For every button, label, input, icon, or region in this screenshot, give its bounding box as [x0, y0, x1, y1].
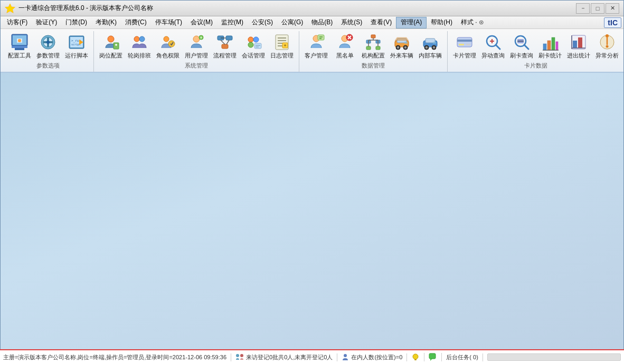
- svg-rect-49: [318, 35, 324, 40]
- svg-rect-98: [573, 41, 577, 48]
- ext-vehicle-button[interactable]: 外来车辆: [388, 31, 415, 61]
- menu-style[interactable]: 样式 · ⊙: [457, 17, 488, 28]
- svg-text:+: +: [200, 36, 202, 40]
- int-vehicle-label: 内部车辆: [419, 52, 442, 59]
- menu-system[interactable]: 系统(S): [337, 17, 366, 28]
- svg-point-68: [397, 46, 399, 49]
- role-perms-icon: [158, 33, 177, 52]
- svg-rect-79: [433, 42, 436, 44]
- abnormal-query-button[interactable]: 异动查询: [479, 31, 507, 61]
- svg-rect-82: [459, 44, 464, 45]
- svg-rect-91: [517, 41, 524, 42]
- main-window: 一卡通综合管理系统6.0 - 演示版本客户公司名称 － □ ✕ 访客(F) 验证…: [0, 0, 624, 364]
- status-visit: 来访登记0批共0人,未离开登记0人: [235, 353, 337, 361]
- app-logo-icon: [5, 3, 15, 14]
- menu-meeting[interactable]: 会议(M): [186, 17, 217, 28]
- svg-rect-80: [457, 37, 472, 47]
- menu-apartment[interactable]: 公寓(G): [277, 17, 307, 28]
- role-perms-label: 角色权限: [156, 52, 179, 59]
- svg-rect-81: [457, 40, 472, 42]
- param-mgr-icon: [39, 33, 58, 52]
- svg-point-22: [139, 36, 145, 42]
- flow-mgr-label: 流程管理: [213, 52, 237, 59]
- svg-rect-30: [222, 44, 228, 49]
- params-group-label: 参数选项: [6, 62, 90, 70]
- svg-point-24: [168, 41, 175, 47]
- svg-point-36: [248, 42, 253, 47]
- svg-point-105: [606, 45, 609, 48]
- in-out-stats-label: 进出统计: [567, 52, 590, 59]
- ext-vehicle-label: 外来车辆: [390, 52, 413, 59]
- svg-rect-99: [578, 37, 582, 48]
- org-config-button[interactable]: 机构配置: [360, 31, 387, 61]
- abnormal-query-label: 异动查询: [481, 52, 505, 59]
- role-perms-button[interactable]: 角色权限: [154, 31, 182, 61]
- params-buttons: 配置工具 参数管理: [6, 31, 90, 61]
- config-tool-icon: [10, 33, 29, 52]
- svg-marker-112: [430, 359, 432, 361]
- title-bar-left: 一卡通综合管理系统6.0 - 演示版本客户公司名称: [5, 3, 153, 14]
- register-info-text: 主册=演示版本客户公司名称,岗位=终端,操作员=管理员,登录时间=2021-12…: [3, 353, 226, 361]
- config-tool-label: 配置工具: [8, 52, 31, 59]
- int-vehicle-button[interactable]: 内部车辆: [417, 31, 444, 61]
- svg-rect-60: [376, 46, 380, 50]
- anomaly-analysis-icon: [598, 33, 617, 52]
- anomaly-analysis-label: 异常分析: [595, 52, 619, 59]
- org-config-icon: [364, 33, 383, 52]
- title-bar: 一卡通综合管理系统6.0 - 演示版本客户公司名称 － □ ✕: [1, 1, 623, 16]
- status-bar: 主册=演示版本客户公司名称,岗位=终端,操作员=管理员,登录时间=2021-12…: [0, 349, 624, 364]
- session-mgr-button[interactable]: 会话管理: [240, 31, 267, 61]
- menu-visitors[interactable]: 访客(F): [3, 17, 32, 28]
- svg-point-107: [240, 354, 243, 357]
- run-script-button[interactable]: >_run script 运行脚本: [63, 31, 90, 61]
- menu-verify[interactable]: 验证(Y): [32, 17, 61, 28]
- blacklist-button[interactable]: 黑名单: [331, 31, 358, 61]
- svg-point-34: [248, 37, 253, 42]
- svg-rect-59: [366, 46, 371, 50]
- svg-point-70: [404, 46, 406, 49]
- svg-point-35: [253, 37, 259, 42]
- minimize-button[interactable]: －: [576, 3, 590, 14]
- menu-view[interactable]: 查看(V): [366, 17, 396, 28]
- menu-consume[interactable]: 消费(C): [121, 17, 151, 28]
- swipe-stats-button[interactable]: 刷卡统计: [536, 31, 564, 61]
- session-mgr-icon: [244, 33, 263, 52]
- data-buttons: 客户管理 黑名单: [302, 31, 444, 61]
- svg-rect-4: [15, 48, 24, 50]
- maximize-button[interactable]: □: [591, 3, 604, 14]
- chat-icon: [429, 353, 437, 361]
- swipe-query-button[interactable]: 刷卡查询: [508, 31, 535, 61]
- status-chat: [429, 353, 442, 361]
- menu-attendance[interactable]: 考勤(K): [91, 17, 121, 28]
- menu-goods[interactable]: 物品(B): [307, 17, 337, 28]
- main-content-area: [1, 73, 623, 363]
- svg-marker-72: [395, 37, 409, 41]
- param-mgr-button[interactable]: 参数管理: [34, 31, 62, 61]
- toolbar-section-data: 客户管理 黑名单: [302, 31, 444, 70]
- in-out-stats-button[interactable]: 进出统计: [565, 31, 592, 61]
- menu-security[interactable]: 公安(S): [248, 17, 277, 28]
- anomaly-analysis-button[interactable]: 异常分析: [593, 31, 621, 61]
- config-tool-button[interactable]: 配置工具: [6, 31, 33, 61]
- user-mgr-button[interactable]: + 用户管理: [183, 31, 210, 61]
- menu-manage[interactable]: 管理(A): [396, 17, 427, 28]
- svg-rect-95: [556, 42, 558, 50]
- svg-point-23: [164, 36, 169, 42]
- flow-mgr-button[interactable]: 流程管理: [211, 31, 239, 61]
- task-info-text: 后台任务( 0): [446, 353, 478, 361]
- svg-rect-71: [404, 42, 408, 44]
- param-mgr-label: 参数管理: [36, 52, 60, 59]
- shift-schedule-button[interactable]: 轮岗排班: [126, 31, 153, 61]
- log-mgr-button[interactable]: 日志管理: [268, 31, 296, 61]
- progress-bar-container: [487, 353, 621, 361]
- flow-mgr-icon: [215, 33, 234, 52]
- close-button[interactable]: ✕: [606, 3, 619, 14]
- tic-badge: tIC: [604, 17, 621, 28]
- menu-access[interactable]: 门禁(D): [61, 17, 91, 28]
- card-mgr-button[interactable]: 卡片管理: [451, 31, 478, 61]
- menu-monitor[interactable]: 监控(M): [217, 17, 248, 28]
- post-config-button[interactable]: 岗位配置: [97, 31, 125, 61]
- customer-mgr-button[interactable]: 客户管理: [302, 31, 330, 61]
- menu-parking[interactable]: 停车场(T): [151, 17, 186, 28]
- menu-help[interactable]: 帮助(H): [427, 17, 457, 28]
